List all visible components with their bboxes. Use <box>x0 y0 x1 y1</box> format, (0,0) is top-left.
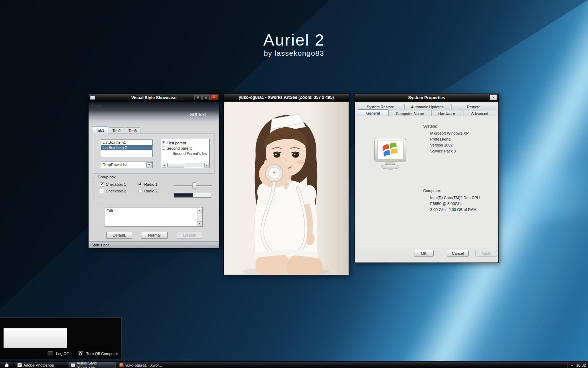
tree-collapse-icon[interactable]: − <box>162 146 165 150</box>
taskbar-button-visual-style-showcase[interactable]: Visual Style Showcase <box>69 362 115 368</box>
computer-line: Intel(R) Core(TM)2 Duo CPU <box>430 195 480 201</box>
default-button[interactable]: Default. <box>106 232 132 239</box>
normal-button[interactable]: Normal <box>141 232 168 239</box>
ok-button[interactable]: OK <box>414 250 434 257</box>
desktop-title: Auriel 2 <box>0 30 588 49</box>
start-menu-user-pane <box>4 328 67 348</box>
power-icon <box>78 351 83 356</box>
computer-info: Intel(R) Core(TM)2 Duo CPU E6850 @ 3.00G… <box>430 195 480 213</box>
edit-box[interactable]: Edit ▲ ▼ <box>105 207 203 227</box>
radio-selected-icon[interactable] <box>138 182 142 186</box>
tree-node[interactable]: + First parent <box>162 140 209 145</box>
tree-node-child[interactable]: Second Parent's firs <box>162 151 209 156</box>
log-off-icon: ← <box>48 351 53 356</box>
scroll-left-button[interactable]: ◄ <box>162 163 166 168</box>
computer-line: E6850 @ 3.00GHz <box>430 201 480 207</box>
desktop: { "desktop": { "title": "Auriel 2", "sub… <box>0 0 588 368</box>
group-box: Group box ✔ Checkbox 1 Checkbox 2 Radio … <box>93 177 168 201</box>
start-menu: ← Log Off Turn Off Computer <box>0 317 122 359</box>
artsee-titlebar[interactable]: yuko-ogura1 - Xworks ArtSee (Zoom: 357 x… <box>224 94 349 101</box>
cancel-button[interactable]: Cancel <box>447 250 469 257</box>
taskbar-button-photoshop[interactable]: Adobe Photoshop <box>15 362 67 368</box>
scroll-down-button[interactable]: ▼ <box>197 222 202 226</box>
system-section-label: System: <box>423 124 437 128</box>
unshade-button[interactable]: ∧ <box>202 95 210 100</box>
tab-general[interactable]: General <box>358 109 388 116</box>
close-button[interactable]: × <box>490 95 497 100</box>
window-artsee: yuko-ogura1 - Xworks ArtSee (Zoom: 357 x… <box>223 93 349 275</box>
computer-line: 3.00 GHz, 2,00 GB of RAM <box>430 207 480 213</box>
dropdown-button[interactable]: ▾ <box>146 162 152 168</box>
close-icon: × <box>213 96 215 99</box>
chevron-up-icon: ∧ <box>205 96 207 99</box>
apply-button[interactable]: Apply <box>475 250 497 257</box>
tab-hardware[interactable]: Hardware <box>431 110 462 116</box>
taskbar: Adobe Photoshop Visual Style Showcase yu… <box>0 361 588 368</box>
log-off-button[interactable]: Log Off <box>56 352 69 356</box>
showcase-titlebar[interactable]: Visual Style Showcase ∨ ∧ × <box>89 94 219 102</box>
disable-button[interactable]: Disable <box>177 232 202 239</box>
scroll-down-icon: ▼ <box>198 223 201 225</box>
progress-fill <box>174 193 193 197</box>
photo-viewer-canvas <box>224 102 349 275</box>
radio-unselected-icon[interactable] <box>138 189 142 193</box>
listbox-item[interactable]: ListBox Item1 <box>101 140 152 145</box>
listbox-item-selected[interactable]: ListBox Item 2 <box>101 145 152 150</box>
status-bar: Status bar. <box>89 241 219 248</box>
checkbox-checked-icon[interactable]: ✔ <box>100 182 104 186</box>
photoshop-icon <box>18 363 22 367</box>
sysprops-window-title: System Properties <box>408 95 445 100</box>
close-icon: × <box>492 96 494 99</box>
scroll-left-icon: ◄ <box>163 164 165 166</box>
system-info: Microsoft Windows XP Professional Versio… <box>430 130 469 154</box>
close-button[interactable]: × <box>210 95 218 100</box>
tab-tab3[interactable]: Tab3 <box>125 127 140 134</box>
slider-thumb[interactable] <box>192 182 196 189</box>
tree-view: + First parent − Second parent Second Pa… <box>161 139 210 168</box>
taskbar-button-artsee[interactable]: yuko-ogura1 - Xwor... <box>117 362 167 368</box>
system-line: Professional <box>430 136 469 142</box>
gui-text-label: GUI Text <box>190 112 206 117</box>
home-icon <box>4 363 9 368</box>
listbox: ListBox Item1 ListBox Item 2 <box>101 139 153 157</box>
edit-vscrollbar[interactable]: ▲ ▼ <box>197 208 202 226</box>
radio-1[interactable]: Radio 1 <box>138 182 158 186</box>
tree-expand-icon[interactable]: + <box>162 141 165 144</box>
computer-section-label: Computer: <box>423 189 441 193</box>
tree-hscrollbar[interactable]: ◄ ► <box>162 163 209 168</box>
tab-computer-name[interactable]: Computer Name <box>390 110 430 116</box>
sysprops-titlebar[interactable]: System Properties × <box>355 94 498 102</box>
system-line: Service Pack 3 <box>430 148 469 154</box>
start-button[interactable] <box>0 362 14 368</box>
tray-chevron-icon[interactable]: « <box>571 363 573 367</box>
tree-node[interactable]: − Second parent <box>162 145 209 151</box>
window-visual-style-showcase: Visual Style Showcase ∨ ∧ × Menu GUI Tex… <box>88 94 219 248</box>
scroll-right-button[interactable]: ► <box>204 163 209 168</box>
tab-advanced[interactable]: Advanced <box>463 110 496 116</box>
menu-item-menu[interactable]: Menu <box>91 103 101 108</box>
tree-connector <box>167 151 171 154</box>
scroll-up-button[interactable]: ▲ <box>197 208 202 212</box>
system-line: Microsoft Windows XP <box>430 130 469 136</box>
artsee-window-title: yuko-ogura1 - Xworks ArtSee (Zoom: 357 x… <box>239 95 334 100</box>
scroll-thumb[interactable] <box>167 163 184 168</box>
dropdown-list[interactable]: DropDownList ▾ <box>101 162 153 168</box>
tab-remote[interactable]: Remote <box>451 104 496 110</box>
chevron-down-icon: ▾ <box>148 164 150 166</box>
checkbox-unchecked-icon[interactable] <box>100 189 104 193</box>
window-icon <box>71 363 75 367</box>
turn-off-computer-button[interactable]: Turn Off Computer <box>86 352 118 356</box>
window-icon <box>90 96 95 100</box>
taskbar-clock: 10:32 <box>576 363 586 367</box>
desktop-subtitle: by lassekongo83 <box>0 49 588 57</box>
checkbox-1[interactable]: ✔ Checkbox 1 <box>100 182 126 186</box>
shade-button[interactable]: ∨ <box>194 95 202 100</box>
system-line: Version 2002 <box>430 142 469 148</box>
dropdown-value: DropDownList <box>103 163 127 167</box>
tab-tab2[interactable]: Tab2 <box>109 127 124 134</box>
tab-tab1[interactable]: Tab1 <box>92 127 108 134</box>
image-thumbnail-icon <box>119 363 124 367</box>
radio-2[interactable]: Radio 2 <box>138 189 158 193</box>
tab-automatic-updates[interactable]: Automatic Updates <box>404 104 450 110</box>
checkbox-2[interactable]: Checkbox 2 <box>100 189 126 193</box>
